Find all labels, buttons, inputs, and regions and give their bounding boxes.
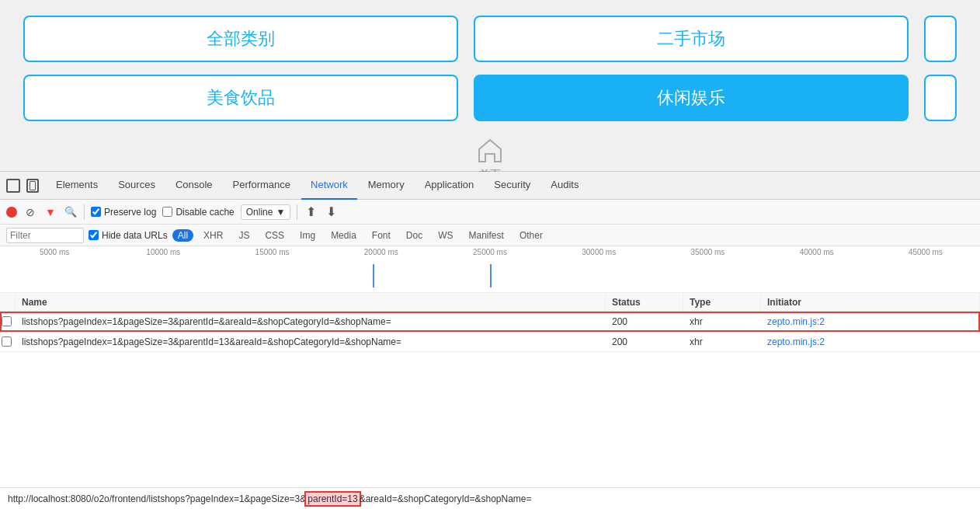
row1-initiator[interactable]: zepto.min.js:2 (761, 316, 980, 327)
btn-leisure[interactable]: 休闲娱乐 (474, 75, 909, 121)
chevron-down-icon: ▼ (276, 207, 285, 218)
hide-data-urls-label[interactable]: Hide data URLs (89, 230, 168, 241)
tl-7: 40000 ms (763, 248, 871, 256)
status-url-highlight: parentId=13 (306, 493, 359, 505)
header-checkbox-cell (0, 293, 16, 311)
filter-bar: Hide data URLs All XHR JS CSS Img Media … (0, 225, 980, 246)
status-bar: http://localhost:8080/o2o/frontend/lists… (0, 487, 980, 509)
row2-status: 200 (606, 336, 683, 347)
btn-all-categories[interactable]: 全部类别 (23, 16, 458, 62)
preserve-log-label[interactable]: Preserve log (91, 207, 156, 218)
row1-initiator-link[interactable]: zepto.min.js:2 (767, 316, 825, 327)
tl-6: 35000 ms (653, 248, 762, 256)
filter-tag-xhr[interactable]: XHR (198, 229, 228, 242)
status-url-prefix: http://localhost:8080/o2o/frontend/lists… (8, 493, 306, 504)
row1-name: listshops?pageIndex=1&pageSize=3&parentI… (16, 316, 606, 327)
timeline-bars (0, 260, 980, 288)
tab-security[interactable]: Security (485, 172, 540, 200)
filter-tag-manifest[interactable]: Manifest (464, 229, 509, 242)
filter-tag-all[interactable]: All (172, 229, 193, 242)
upload-icon[interactable]: ⬆ (304, 205, 318, 219)
tl-2: 15000 ms (217, 248, 326, 256)
header-type: Type (683, 293, 761, 311)
row2-checkbox[interactable] (0, 336, 16, 347)
btn-secondhand[interactable]: 二手市场 (474, 16, 909, 62)
status-url-suffix: &areaId=&shopCategoryId=&shopName= (360, 493, 532, 504)
tab-sources[interactable]: Sources (109, 172, 165, 200)
tl-4: 25000 ms (436, 248, 544, 256)
home-icon (473, 134, 507, 168)
tab-network[interactable]: Network (301, 172, 357, 200)
tab-performance[interactable]: Performance (224, 172, 300, 200)
row2-name: listshops?pageIndex=1&pageSize=3&parentI… (16, 336, 606, 347)
tl-8: 45000 ms (871, 248, 980, 256)
timeline-marker-2 (490, 264, 492, 288)
header-initiator: Initiator (761, 293, 980, 311)
tl-3: 20000 ms (327, 248, 436, 256)
filter-tag-ws[interactable]: WS (433, 229, 458, 242)
timeline-area: 5000 ms 10000 ms 15000 ms 20000 ms 25000… (0, 246, 980, 293)
tl-5: 30000 ms (544, 248, 653, 256)
separator-2 (297, 204, 297, 220)
tab-console[interactable]: Console (166, 172, 222, 200)
timeline-marker-1 (373, 264, 374, 288)
filter-input[interactable] (6, 228, 84, 243)
devtools-tabs: Elements Sources Console Performance Net… (0, 172, 980, 200)
timeline-labels: 5000 ms 10000 ms 15000 ms 20000 ms 25000… (0, 248, 980, 256)
filter-icon[interactable]: ▼ (43, 205, 57, 219)
header-name: Name (16, 293, 606, 311)
separator-1 (84, 204, 85, 220)
disable-cache-label[interactable]: Disable cache (162, 207, 234, 218)
row1-type: xhr (683, 316, 761, 327)
device-icon[interactable] (26, 179, 39, 193)
devtools-toolbar: ⊘ ▼ 🔍 Preserve log Disable cache Online … (0, 200, 980, 225)
button-row-1: 全部类别 二手市场 (23, 16, 957, 62)
filter-tag-css[interactable]: CSS (259, 229, 290, 242)
table-row[interactable]: listshops?pageIndex=1&pageSize=3&parentI… (0, 332, 980, 352)
disable-cache-checkbox[interactable] (162, 207, 172, 217)
tab-memory[interactable]: Memory (359, 172, 414, 200)
row2-type: xhr (683, 336, 761, 347)
row1-status: 200 (606, 316, 683, 327)
row1-checkbox[interactable] (0, 316, 16, 326)
filter-tag-img[interactable]: Img (294, 229, 321, 242)
tab-audits[interactable]: Audits (541, 172, 588, 200)
search-icon[interactable]: 🔍 (64, 205, 78, 219)
devtools-panel: Elements Sources Console Performance Net… (0, 171, 980, 509)
table-header: Name Status Type Initiator (0, 293, 980, 312)
header-status: Status (606, 293, 683, 311)
inspect-icon[interactable] (6, 179, 20, 193)
tab-application[interactable]: Application (415, 172, 484, 200)
hide-data-urls-checkbox[interactable] (89, 230, 99, 240)
btn-food[interactable]: 美食饮品 (23, 75, 458, 121)
row2-initiator[interactable]: zepto.min.js:2 (761, 336, 980, 347)
tab-elements[interactable]: Elements (47, 172, 107, 200)
network-table: Name Status Type Initiator listshops?pag… (0, 293, 980, 487)
table-row[interactable]: listshops?pageIndex=1&pageSize=3&parentI… (0, 312, 980, 332)
filter-tag-js[interactable]: JS (233, 229, 255, 242)
download-icon[interactable]: ⬇ (324, 205, 338, 219)
filter-tag-other[interactable]: Other (514, 229, 548, 242)
clear-button[interactable]: ⊘ (23, 205, 37, 219)
row2-initiator-link[interactable]: zepto.min.js:2 (767, 336, 825, 347)
preserve-log-checkbox[interactable] (91, 207, 101, 217)
filter-tag-doc[interactable]: Doc (401, 229, 428, 242)
tl-0: 5000 ms (0, 248, 109, 256)
online-select[interactable]: Online ▼ (241, 204, 291, 220)
app-area: 全部类别 二手市场 美食饮品 休闲娱乐 首页 (0, 0, 980, 171)
button-row-2: 美食饮品 休闲娱乐 (23, 75, 957, 121)
record-button[interactable] (6, 207, 17, 218)
devtools-icon-area (6, 179, 39, 193)
tl-1: 10000 ms (109, 248, 217, 256)
filter-tag-media[interactable]: Media (325, 229, 362, 242)
filter-tag-font[interactable]: Font (367, 229, 396, 242)
